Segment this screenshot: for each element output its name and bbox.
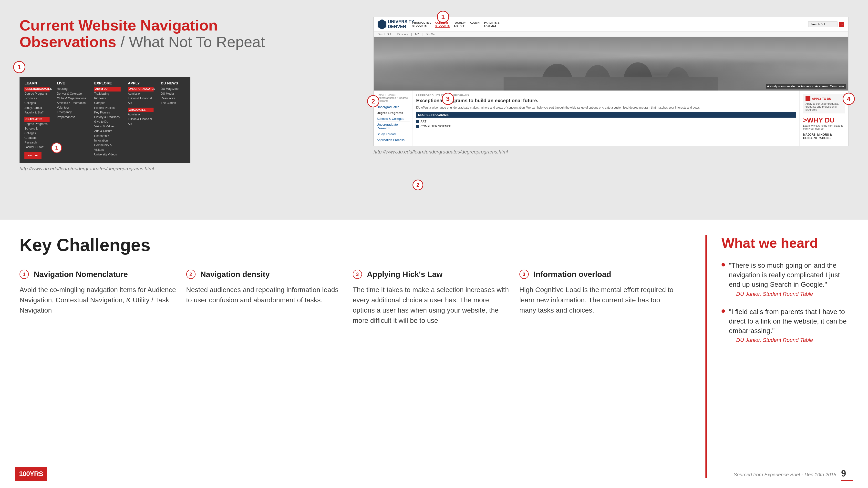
challenge-2-desc: Nested audiences and repeating informati… — [186, 285, 343, 305]
page-number-container: 9 — [841, 468, 854, 481]
du-nav-parents[interactable]: PARENTS &FAMILIES — [484, 21, 499, 28]
du-apply-title: APPLY TO DU — [812, 97, 831, 100]
du-sidebar-study-abroad[interactable]: Study Abroad — [377, 131, 410, 137]
slide: Current Website Navigation Observations … — [0, 0, 868, 488]
bullet-dot-1 — [721, 263, 725, 266]
badge-du-1: 1 — [437, 11, 449, 23]
challenge-3: 3 Applying Hick's Law The time it takes … — [353, 270, 510, 478]
du-why-du-desc: Learn why DU is the right place to earn … — [803, 124, 845, 130]
challenge-4-desc: High Cognitive Load is the mental effort… — [520, 285, 676, 316]
quote-1-bullet: "There is so much going on and the navig… — [721, 261, 848, 297]
du-sidebar-schools[interactable]: Schools & Colleges — [377, 116, 410, 122]
du-nav-prospective[interactable]: PROSPECTIVESTUDENTS — [412, 21, 431, 28]
checkbox-icon-2 — [416, 125, 419, 128]
program-art-label: ART — [421, 120, 427, 123]
du-sidebar-research[interactable]: Undergraduate Research — [377, 122, 410, 131]
nav-subhead-apply-grad: GRADUATES — [128, 108, 154, 112]
du-sidebar-application[interactable]: Application Process — [377, 137, 410, 143]
challenge-4-header: 3 Information overload — [520, 270, 676, 279]
nav-col-header-apply: APPLY — [128, 81, 154, 85]
badge-nav-inner-1: 1 — [51, 142, 62, 153]
du-main-content: UNDERGRADUATE DEGREE PROGRAMS Exceptiona… — [413, 91, 799, 146]
du-subnav-givetodu[interactable]: Give to DU — [378, 33, 391, 36]
nav-col-header-dunews: DU NEWS — [161, 81, 186, 85]
quote-1-source: DU Junior, Student Round Table — [736, 291, 848, 297]
du-programs-header: DEGREE PROGRAMS — [416, 112, 796, 118]
challenge-3-header: 3 Applying Hick's Law — [353, 270, 510, 279]
badge-du-4: 4 — [843, 93, 855, 105]
bullet-dot-2 — [721, 310, 725, 313]
du-right-panel: APPLY TO DU Apply to our undergraduate, … — [799, 91, 848, 146]
du-subnav-directory[interactable]: Directory — [397, 33, 408, 36]
quote-1-text: "There is so much going on and the navig… — [729, 261, 848, 289]
du-site-wrapper: 1 2 3 4 2 UNIVERSITYDENVER — [373, 17, 848, 210]
top-section: Current Website Navigation Observations … — [0, 0, 868, 220]
nav-col-apply: APPLY UNDERGRADUATES Admission Tuition &… — [128, 81, 154, 159]
badge-du-2b: 2 — [412, 180, 423, 190]
du-apply-desc: Apply to our undergraduate, graduate and… — [806, 102, 842, 111]
nav-col-header-explore: EXPLORE — [94, 81, 121, 85]
du-search-container: ⌕ — [808, 22, 844, 27]
du-sidebar: Home > Learn > Undergraduates > Degree P… — [374, 91, 413, 146]
checkbox-icon — [416, 120, 419, 123]
footer-source: Sourced from Experience Brief - Dec 10th… — [734, 472, 836, 478]
nav-col-dunews: DU NEWS DU Magazine DU Media Resources T… — [161, 81, 186, 159]
bottom-right: What we heard "There is so much going on… — [721, 235, 848, 478]
du-subnav-sitemap[interactable]: Site Map — [426, 33, 436, 36]
quote-2-text: "I field calls from parents that I have … — [729, 307, 848, 336]
du-nav-faculty[interactable]: FACULTY& STAFF — [454, 21, 466, 28]
du-logo-text: UNIVERSITYDENVER — [388, 20, 407, 29]
title-line2-bold: Observations — [20, 33, 116, 50]
du-search-input[interactable] — [808, 22, 837, 27]
apply-icon — [806, 96, 810, 101]
du-search-button[interactable]: ⌕ — [839, 22, 844, 27]
footer-right: Sourced from Experience Brief - Dec 10th… — [734, 468, 854, 481]
du-main-title: Exceptional programs to build an excepti… — [416, 98, 796, 103]
page-number-underline — [841, 480, 854, 481]
challenge-4-title: Information overload — [534, 270, 611, 279]
du-why-du: >WHY DU — [803, 117, 845, 124]
title-line2: Observations / What Not To Repeat — [20, 34, 359, 50]
nav-subhead-about: About DU — [94, 87, 121, 92]
page-number: 9 — [841, 468, 854, 479]
svg-rect-4 — [503, 77, 718, 91]
du-main-desc: DU offers a wide range of undergraduate … — [416, 105, 796, 110]
key-challenges-title: Key Challenges — [20, 235, 676, 255]
logo-100yrs: 100YRS — [14, 467, 48, 481]
challenge-4: 3 Information overload High Cognitive Lo… — [520, 270, 676, 478]
nav-subhead-apply-undergrad: UNDERGRADUATES — [128, 87, 154, 92]
bottom-section: Key Challenges 1 Navigation Nomenclature… — [0, 220, 868, 488]
challenge-2-title: Navigation density — [200, 270, 270, 279]
du-site-url: http://www.du.edu/learn/undergraduates/d… — [373, 149, 848, 155]
nav-columns: LEARN UNDERGRADUATES Degree Programs Sch… — [24, 81, 186, 159]
challenge-4-badge: 3 — [520, 270, 529, 279]
challenge-1-badge: 1 — [20, 270, 29, 279]
challenge-3-desc: The time it takes to make a selection in… — [353, 285, 510, 326]
challenge-1-desc: Avoid the co-mingling navigation items f… — [20, 285, 177, 316]
challenges-grid: 1 Navigation Nomenclature Avoid the co-m… — [20, 270, 676, 478]
du-program-art: ART — [416, 119, 796, 124]
challenge-3-title: Applying Hick's Law — [367, 270, 442, 279]
nav-col-header-learn: LEARN — [24, 81, 50, 85]
footer: 100YRS Sourced from Experience Brief - D… — [14, 467, 854, 481]
quote-2-bullet: "I field calls from parents that I have … — [721, 307, 848, 344]
du-section-label: UNDERGRADUATE DEGREE PROGRAMS — [416, 94, 796, 97]
bottom-left: Key Challenges 1 Navigation Nomenclature… — [20, 235, 691, 478]
du-hero-image: A study room inside the Anderson Academi… — [374, 37, 848, 91]
challenge-3-badge: 3 — [353, 270, 362, 279]
du-nav-alumni[interactable]: ALUMNI — [470, 21, 480, 28]
nav-subhead-undergrad: UNDERGRADUATES — [24, 87, 50, 92]
du-sidebar-undergrads[interactable]: Undergraduates — [377, 104, 410, 110]
nav-screenshot: 1 LEARN UNDERGRADUATES Degree Programs S… — [20, 77, 190, 163]
slide-title: Current Website Navigation Observations … — [20, 17, 359, 50]
nav-col-header-live: LIVE — [57, 81, 87, 85]
hero-silhouette-svg — [374, 37, 848, 91]
du-sidebar-degree-programs[interactable]: Degree Programs — [377, 110, 410, 116]
du-subnav-az[interactable]: A-Z — [415, 33, 419, 36]
badge-nav-1: 1 — [13, 61, 25, 73]
challenge-2-header: 2 Navigation density — [186, 270, 343, 279]
nav-col-explore: EXPLORE About DU Trailblazing Pioneers C… — [94, 81, 121, 159]
du-logo-shield — [378, 19, 386, 30]
vertical-divider — [706, 235, 707, 478]
search-icon: ⌕ — [841, 23, 843, 26]
